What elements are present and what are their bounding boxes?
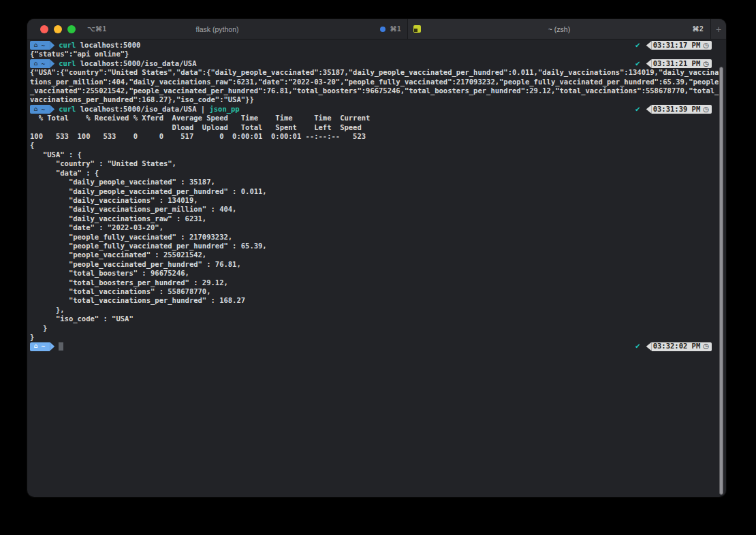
timestamp: 03:31:17 PM [653, 41, 701, 50]
terminal-output-line: } [30, 324, 726, 333]
timestamp: 03:31:39 PM [653, 105, 701, 114]
powerline-arrow-icon [646, 105, 652, 114]
timestamp: 03:31:21 PM [653, 59, 701, 68]
terminal-content[interactable]: ⌂~ curl localhost:5000 ✔ 03:31:17 PM◷ {"… [27, 39, 726, 497]
success-check-icon: ✔ [635, 342, 640, 351]
powerline-arrow-icon [50, 59, 54, 68]
terminal-output-line: _vaccinated":255021542,"people_vaccinate… [30, 86, 726, 95]
terminal-prompt-line: ⌂~ curl localhost:5000/iso_data/USA ✔ 03… [30, 59, 726, 68]
terminal-prompt-line: ⌂~ curl localhost:5000 ✔ 03:31:17 PM◷ [30, 41, 726, 50]
terminal-output-line: vaccinations_per_hundred":168.27},"iso_c… [30, 95, 726, 104]
terminal-output-line: "total_boosters_per_hundred" : 29.12, [30, 278, 726, 287]
tab-activity-dot-icon [380, 27, 385, 32]
terminal-output-line: }, [30, 306, 726, 314]
prompt-segment: ⌂~ [30, 59, 54, 68]
terminal-output-line: "total_boosters" : 96675246, [30, 269, 726, 278]
terminal-output-line: "iso_code" : "USA" [30, 314, 726, 323]
terminal-output-line: "USA" : { [30, 150, 726, 159]
prompt-segment: ⌂~ [30, 41, 54, 50]
command-status: ✔ 03:31:17 PM◷ [635, 41, 712, 50]
terminal-output-line: {"USA":{"country":"United States","data"… [30, 68, 726, 77]
tab-flask-shortcut: ⌘1 [390, 25, 401, 33]
prompt-path: ~ [41, 41, 45, 50]
terminal-output-line: "daily_vaccinations_per_million" : 404, [30, 205, 726, 214]
zoom-button[interactable] [67, 25, 76, 33]
terminal-prompt-line: ⌂~ curl localhost:5000/iso_data/USA | js… [30, 105, 726, 114]
clock-icon: ◷ [703, 59, 709, 68]
terminal-output-line: "people_vaccinated" : 255021542, [30, 250, 726, 259]
success-check-icon: ✔ [635, 105, 640, 114]
traffic-lights [40, 25, 76, 33]
powerline-arrow-icon [646, 59, 652, 68]
command-status: ✔ 03:31:21 PM◷ [635, 59, 712, 68]
minimize-button[interactable] [54, 25, 62, 33]
prompt-segment: ⌂~ [30, 342, 54, 351]
command-status: ✔ 03:32:02 PM◷ [635, 342, 712, 351]
scrollbar-thumb[interactable] [719, 67, 723, 495]
clock-icon: ◷ [703, 41, 709, 50]
terminal-output-line: "data" : { [30, 169, 726, 178]
terminal-output-line: { [30, 141, 726, 150]
new-tab-button[interactable]: + [711, 19, 726, 39]
clock-icon: ◷ [703, 105, 709, 114]
terminal-output-line: tions_per_million":404,"daily_vaccinatio… [30, 78, 726, 86]
prompt-segment: ⌂~ [30, 105, 54, 114]
terminal-cursor[interactable] [59, 342, 63, 351]
close-button[interactable] [40, 25, 48, 33]
success-check-icon: ✔ [635, 59, 640, 68]
tab-flask-title: flask (python) [27, 25, 407, 33]
powerline-arrow-icon [646, 41, 652, 50]
terminal-output-line: "daily_vaccinations" : 134019, [30, 196, 726, 205]
terminal-output-line: % Total % Received % Xferd Average Speed… [30, 114, 726, 123]
terminal-output-line: "people_fully_vaccinated_per_hundred" : … [30, 242, 726, 250]
titlebar: ⌥⌘1 flask (python) ⌘1 ~ (zsh) ⌘2 + [27, 19, 726, 39]
terminal-output-line: "daily_people_vaccinated_per_hundred" : … [30, 187, 726, 196]
terminal-output-line: "country" : "United States", [30, 159, 726, 168]
home-icon: ⌂ [34, 59, 37, 68]
command-text: curl localhost:5000/iso_data/USA [59, 59, 196, 68]
timestamp-segment: 03:31:39 PM◷ [646, 105, 712, 114]
terminal-output-line: "total_vaccinations_per_hundred" : 168.2… [30, 296, 726, 305]
terminal-output-line: Dload Upload Total Spent Left Speed [30, 123, 726, 132]
terminal-output-line: "daily_people_vaccinated" : 35187, [30, 178, 726, 187]
command-text: curl localhost:5000/iso_data/USA | json_… [59, 105, 240, 114]
zsh-tab-icon [413, 25, 421, 33]
tab-zsh-title: ~ (zsh) [408, 25, 710, 33]
prompt-path: ~ [41, 59, 45, 68]
clock-icon: ◷ [703, 342, 709, 351]
tab-flask-shortcut-left: ⌥⌘1 [87, 25, 107, 33]
prompt-path: ~ [41, 105, 45, 114]
terminal-output-line: "people_vaccinated_per_hundred" : 76.81, [30, 260, 726, 269]
terminal-output-line: "people_fully_vaccinated" : 217093232, [30, 233, 726, 242]
terminal-output-line: 100 533 100 533 0 0 517 0 0:00:01 0:00:0… [30, 132, 726, 141]
powerline-arrow-icon [646, 342, 652, 351]
prompt-path: ~ [41, 342, 45, 351]
terminal-output-line: "total_vaccinations" : 558678770, [30, 287, 726, 296]
tab-flask[interactable]: ⌥⌘1 flask (python) ⌘1 [27, 19, 408, 39]
command-text: curl localhost:5000 [59, 41, 140, 50]
terminal-output-line: } [30, 333, 726, 342]
powerline-arrow-icon [50, 41, 54, 50]
terminal-output-line: "daily_vaccinations_raw" : 6231, [30, 214, 726, 223]
terminal-output-line: "date" : "2022-03-20", [30, 223, 726, 232]
terminal-current-prompt-line[interactable]: ⌂~ ✔ 03:32:02 PM◷ [30, 342, 726, 351]
timestamp-segment: 03:31:17 PM◷ [646, 41, 712, 50]
terminal-window: ⌥⌘1 flask (python) ⌘1 ~ (zsh) ⌘2 + ⌂~ cu… [27, 19, 726, 497]
home-icon: ⌂ [34, 41, 37, 50]
home-icon: ⌂ [34, 342, 37, 351]
success-check-icon: ✔ [635, 41, 640, 50]
timestamp-segment: 03:32:02 PM◷ [646, 342, 712, 351]
timestamp-segment: 03:31:21 PM◷ [646, 59, 712, 68]
tab-zsh-shortcut: ⌘2 [692, 25, 704, 33]
command-status: ✔ 03:31:39 PM◷ [635, 105, 712, 114]
powerline-arrow-icon [50, 105, 54, 114]
terminal-output-line: {"status":"api online"} [30, 50, 726, 59]
home-icon: ⌂ [34, 105, 37, 114]
powerline-arrow-icon [50, 342, 54, 351]
tab-zsh[interactable]: ~ (zsh) ⌘2 [408, 19, 711, 39]
timestamp: 03:32:02 PM [653, 342, 701, 351]
